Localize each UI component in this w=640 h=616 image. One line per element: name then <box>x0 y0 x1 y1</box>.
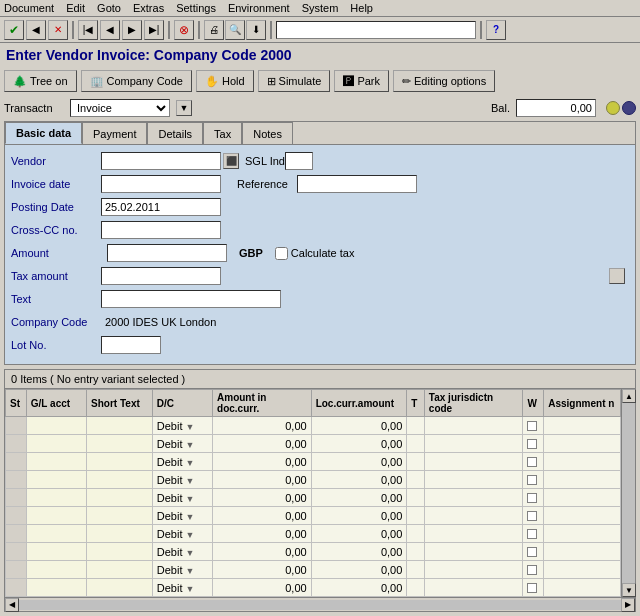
row-amount-doc[interactable]: 0,00 <box>213 417 312 435</box>
row-tax-jurisd[interactable] <box>424 507 523 525</box>
row-tax-jurisd[interactable] <box>424 489 523 507</box>
row-t[interactable] <box>407 561 425 579</box>
tax-dropdown-btn[interactable] <box>609 268 625 284</box>
scroll-up-btn[interactable]: ▲ <box>622 389 636 403</box>
vendor-search-btn[interactable]: ⬛ <box>223 153 239 169</box>
row-gl-acct[interactable] <box>26 579 86 597</box>
row-dc[interactable]: Debit ▼ <box>152 489 212 507</box>
row-w[interactable] <box>523 489 544 507</box>
row-assignment[interactable] <box>544 453 621 471</box>
table-row[interactable]: Debit ▼ 0,00 0,00 <box>6 417 621 435</box>
row-w[interactable] <box>523 453 544 471</box>
lot-no-input[interactable] <box>101 336 161 354</box>
tree-on-button[interactable]: 🌲 Tree on <box>4 70 77 92</box>
menu-extras[interactable]: Extras <box>133 2 164 14</box>
row-amount-doc[interactable]: 0,00 <box>213 453 312 471</box>
save-toolbar-button[interactable]: ✔ <box>4 20 24 40</box>
scroll-right-btn[interactable]: ▶ <box>621 598 635 612</box>
row-t[interactable] <box>407 453 425 471</box>
tab-basic-data[interactable]: Basic data <box>5 122 82 144</box>
table-row[interactable]: Debit ▼ 0,00 0,00 <box>6 507 621 525</box>
row-dc[interactable]: Debit ▼ <box>152 543 212 561</box>
nav-next-button[interactable]: ▶ <box>122 20 142 40</box>
calculate-tax-checkbox[interactable] <box>275 247 288 260</box>
row-gl-acct[interactable] <box>26 489 86 507</box>
menu-edit[interactable]: Edit <box>66 2 85 14</box>
park-button[interactable]: 🅿 Park <box>334 70 389 92</box>
amount-input[interactable] <box>107 244 227 262</box>
row-short-text[interactable] <box>87 561 153 579</box>
row-assignment[interactable] <box>544 471 621 489</box>
print-button[interactable]: 🖨 <box>204 20 224 40</box>
cancel-toolbar-button[interactable]: ⊗ <box>174 20 194 40</box>
row-assignment[interactable] <box>544 435 621 453</box>
row-t[interactable] <box>407 507 425 525</box>
row-w[interactable] <box>523 561 544 579</box>
row-t[interactable] <box>407 417 425 435</box>
nav-prev-button[interactable]: ◀ <box>100 20 120 40</box>
table-row[interactable]: Debit ▼ 0,00 0,00 <box>6 471 621 489</box>
help-button[interactable]: ? <box>486 20 506 40</box>
vendor-input[interactable] <box>101 152 221 170</box>
row-gl-acct[interactable] <box>26 543 86 561</box>
row-dc[interactable]: Debit ▼ <box>152 561 212 579</box>
row-amount-doc[interactable]: 0,00 <box>213 561 312 579</box>
row-dc[interactable]: Debit ▼ <box>152 471 212 489</box>
row-w[interactable] <box>523 435 544 453</box>
text-input[interactable] <box>101 290 281 308</box>
row-amount-doc[interactable]: 0,00 <box>213 543 312 561</box>
row-tax-jurisd[interactable] <box>424 417 523 435</box>
table-row[interactable]: Debit ▼ 0,00 0,00 <box>6 579 621 597</box>
scroll-track[interactable] <box>622 403 635 583</box>
row-tax-jurisd[interactable] <box>424 525 523 543</box>
scroll-left-btn[interactable]: ◀ <box>5 598 19 612</box>
row-dc[interactable]: Debit ▼ <box>152 525 212 543</box>
company-code-button[interactable]: 🏢 Company Code <box>81 70 192 92</box>
row-dc[interactable]: Debit ▼ <box>152 579 212 597</box>
menu-document[interactable]: Document <box>4 2 54 14</box>
row-short-text[interactable] <box>87 579 153 597</box>
row-w[interactable] <box>523 471 544 489</box>
row-loc-curr[interactable]: 0,00 <box>311 543 407 561</box>
row-gl-acct[interactable] <box>26 435 86 453</box>
exit-button[interactable]: ✕ <box>48 20 68 40</box>
row-t[interactable] <box>407 435 425 453</box>
row-gl-acct[interactable] <box>26 507 86 525</box>
back-button[interactable]: ◀ <box>26 20 46 40</box>
row-amount-doc[interactable]: 0,00 <box>213 579 312 597</box>
row-w[interactable] <box>523 525 544 543</box>
table-row[interactable]: Debit ▼ 0,00 0,00 <box>6 525 621 543</box>
row-gl-acct[interactable] <box>26 525 86 543</box>
menu-help[interactable]: Help <box>350 2 373 14</box>
row-dc[interactable]: Debit ▼ <box>152 453 212 471</box>
row-amount-doc[interactable]: 0,00 <box>213 489 312 507</box>
tab-payment[interactable]: Payment <box>82 122 147 144</box>
vertical-scrollbar[interactable]: ▲ ▼ <box>621 389 635 597</box>
reference-input[interactable] <box>297 175 417 193</box>
row-short-text[interactable] <box>87 489 153 507</box>
row-gl-acct[interactable] <box>26 561 86 579</box>
hold-button[interactable]: ✋ Hold <box>196 70 254 92</box>
editing-options-button[interactable]: ✏ Editing options <box>393 70 495 92</box>
row-loc-curr[interactable]: 0,00 <box>311 435 407 453</box>
table-row[interactable]: Debit ▼ 0,00 0,00 <box>6 561 621 579</box>
row-loc-curr[interactable]: 0,00 <box>311 471 407 489</box>
row-assignment[interactable] <box>544 561 621 579</box>
nav-last-button[interactable]: ▶| <box>144 20 164 40</box>
posting-date-input[interactable] <box>101 198 221 216</box>
row-assignment[interactable] <box>544 525 621 543</box>
bal-input[interactable] <box>516 99 596 117</box>
simulate-button[interactable]: ⊞ Simulate <box>258 70 331 92</box>
row-short-text[interactable] <box>87 525 153 543</box>
row-tax-jurisd[interactable] <box>424 471 523 489</box>
row-w[interactable] <box>523 579 544 597</box>
row-w[interactable] <box>523 507 544 525</box>
row-loc-curr[interactable]: 0,00 <box>311 507 407 525</box>
row-loc-curr[interactable]: 0,00 <box>311 453 407 471</box>
row-amount-doc[interactable]: 0,00 <box>213 435 312 453</box>
row-tax-jurisd[interactable] <box>424 453 523 471</box>
menu-goto[interactable]: Goto <box>97 2 121 14</box>
row-short-text[interactable] <box>87 435 153 453</box>
row-loc-curr[interactable]: 0,00 <box>311 579 407 597</box>
row-loc-curr[interactable]: 0,00 <box>311 489 407 507</box>
